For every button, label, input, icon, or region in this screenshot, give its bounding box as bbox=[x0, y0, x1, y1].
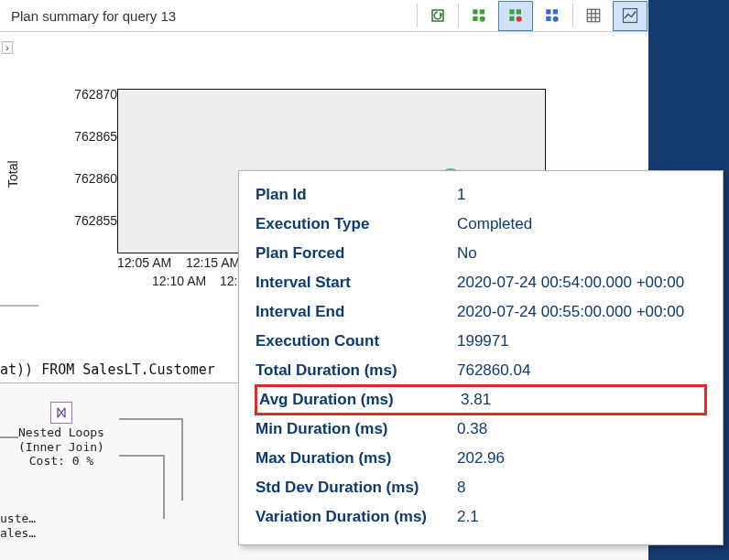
tooltip-key: Plan Id bbox=[256, 186, 457, 204]
tooltip-row: Variation Duration (ms) 2.1 bbox=[256, 502, 706, 532]
plan-connector bbox=[163, 455, 165, 519]
tooltip-row-highlighted: Avg Duration (ms) 3.81 bbox=[256, 385, 706, 415]
y-axis-label: Total bbox=[5, 160, 20, 188]
y-tick: 762860 bbox=[74, 171, 117, 186]
y-ticks: 762870 762865 762860 762855 bbox=[55, 87, 117, 257]
plan-node-nested-loops[interactable]: Nested Loops (Inner Join) Cost: 0 % bbox=[18, 402, 104, 468]
config-red-button[interactable] bbox=[498, 1, 533, 31]
tooltip-val: 1 bbox=[457, 186, 706, 204]
plan-node-cut: uste… ales… bbox=[0, 512, 36, 540]
config-blue-icon bbox=[544, 7, 560, 24]
tooltip-key: Plan Forced bbox=[256, 244, 457, 263]
tooltip-row: Interval End 2020-07-24 00:55:00.000 +00… bbox=[256, 297, 706, 327]
config-green-icon bbox=[471, 7, 487, 24]
svg-rect-0 bbox=[473, 9, 477, 14]
collapse-handle[interactable]: › bbox=[2, 41, 13, 54]
toolbar bbox=[415, 0, 648, 31]
plan-node-cost: Cost: 0 % bbox=[18, 454, 104, 468]
tooltip-key: Interval Start bbox=[256, 274, 457, 292]
config-blue-button[interactable] bbox=[535, 1, 570, 31]
tooltip-key: Std Dev Duration (ms) bbox=[256, 479, 457, 497]
svg-rect-5 bbox=[517, 9, 521, 14]
toolbar-divider bbox=[572, 4, 573, 27]
tooltip-row: Plan Id 1 bbox=[256, 180, 706, 210]
plan-node-subtype: (Inner Join) bbox=[18, 440, 104, 455]
tooltip-val: No bbox=[457, 244, 706, 263]
plan-connector bbox=[0, 436, 18, 438]
tooltip-row: Interval Start 2020-07-24 00:54:00.000 +… bbox=[256, 268, 706, 297]
toolbar-divider bbox=[458, 4, 459, 27]
svg-rect-9 bbox=[553, 9, 558, 14]
tooltip-row: Execution Type Completed bbox=[256, 210, 706, 239]
tooltip-val: 0.38 bbox=[457, 420, 706, 438]
header: Plan summary for query 13 bbox=[0, 0, 648, 32]
tooltip-row: Max Duration (ms) 202.96 bbox=[256, 444, 706, 473]
tooltip-val: 2020-07-24 00:54:00.000 +00:00 bbox=[457, 274, 706, 292]
x-tick: 12:15 AM bbox=[186, 255, 240, 270]
svg-rect-2 bbox=[473, 16, 477, 21]
svg-point-11 bbox=[553, 16, 559, 22]
plan-details-tooltip: Plan Id 1 Execution Type Completed Plan … bbox=[238, 170, 724, 545]
y-tick: 762870 bbox=[74, 87, 117, 102]
tooltip-val: 2.1 bbox=[457, 508, 706, 526]
tooltip-row: Plan Forced No bbox=[256, 239, 706, 268]
tooltip-key: Execution Type bbox=[256, 215, 457, 233]
tooltip-key: Interval End bbox=[256, 303, 457, 321]
config-green-button[interactable] bbox=[462, 1, 496, 31]
x-tick: 12:05 AM bbox=[117, 255, 171, 270]
refresh-button[interactable] bbox=[420, 1, 455, 31]
y-tick: 762865 bbox=[74, 129, 117, 144]
toolbar-divider bbox=[417, 4, 418, 27]
chevron-right-icon: › bbox=[5, 43, 8, 53]
header-title: Plan summary for query 13 bbox=[11, 8, 176, 24]
x-tick: 12:10 AM bbox=[152, 274, 206, 288]
tooltip-val: 3.81 bbox=[461, 391, 702, 409]
query-fragment: at)) FROM SalesLT.Customer bbox=[0, 361, 215, 378]
tooltip-row: Execution Count 199971 bbox=[256, 327, 706, 356]
y-tick: 762855 bbox=[74, 213, 117, 228]
plan-node-label: uste… bbox=[0, 512, 36, 526]
svg-rect-1 bbox=[480, 9, 484, 14]
grid-button[interactable] bbox=[576, 1, 611, 31]
tooltip-val: 202.96 bbox=[457, 449, 706, 468]
tooltip-val: Completed bbox=[457, 215, 706, 233]
svg-point-7 bbox=[517, 16, 522, 22]
tooltip-val: 8 bbox=[457, 479, 706, 497]
grid-icon bbox=[585, 7, 602, 24]
tooltip-key: Total Duration (ms) bbox=[256, 361, 457, 380]
config-red-icon bbox=[507, 7, 524, 24]
chart-icon bbox=[622, 7, 638, 24]
svg-rect-10 bbox=[546, 16, 550, 21]
nested-loops-icon bbox=[50, 402, 72, 424]
tooltip-key: Min Duration (ms) bbox=[256, 420, 457, 438]
tooltip-val: 199971 bbox=[457, 332, 706, 350]
tooltip-key: Variation Duration (ms) bbox=[256, 508, 457, 526]
tooltip-key: Avg Duration (ms) bbox=[259, 391, 461, 409]
tooltip-row: Min Duration (ms) 0.38 bbox=[256, 415, 706, 444]
svg-rect-12 bbox=[587, 9, 600, 22]
plan-connector bbox=[181, 418, 183, 501]
plan-node-label: Nested Loops bbox=[18, 425, 104, 440]
chart-button[interactable] bbox=[613, 1, 647, 31]
tooltip-val: 2020-07-24 00:55:00.000 +00:00 bbox=[457, 303, 706, 321]
plan-node-label: ales… bbox=[0, 526, 36, 541]
plan-connector bbox=[119, 418, 183, 420]
tooltip-row: Total Duration (ms) 762860.04 bbox=[256, 356, 706, 385]
refresh-icon bbox=[430, 7, 446, 24]
tooltip-val: 762860.04 bbox=[457, 361, 706, 380]
svg-rect-6 bbox=[509, 16, 514, 21]
plan-connector bbox=[119, 455, 165, 457]
tooltip-key: Max Duration (ms) bbox=[256, 449, 457, 468]
tooltip-key: Execution Count bbox=[256, 332, 457, 350]
svg-point-3 bbox=[480, 16, 485, 22]
svg-rect-8 bbox=[546, 9, 550, 14]
tooltip-row: Std Dev Duration (ms) 8 bbox=[256, 473, 706, 502]
svg-rect-4 bbox=[509, 9, 514, 14]
